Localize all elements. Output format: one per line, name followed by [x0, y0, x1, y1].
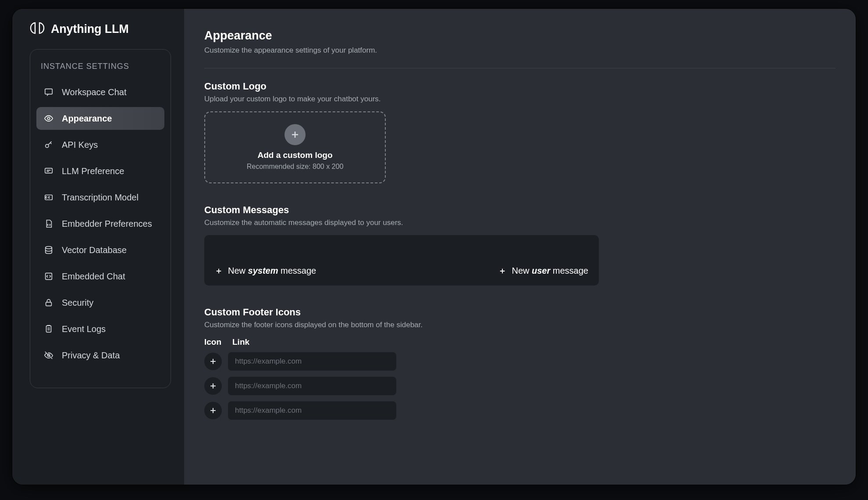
svg-rect-8 — [46, 326, 51, 332]
sidebar-item-privacy-data[interactable]: Privacy & Data — [36, 344, 164, 367]
column-header-link: Link — [232, 337, 249, 347]
sidebar-panel: INSTANCE SETTINGS Workspace Chat Appeara… — [30, 49, 171, 388]
sidebar-item-label: Embedded Chat — [62, 271, 125, 282]
footer-icon-row — [204, 352, 836, 371]
eye-off-icon — [43, 350, 54, 361]
section-subtitle: Customize the footer icons displayed on … — [204, 321, 836, 329]
section-title: Custom Footer Icons — [204, 307, 836, 318]
footer-link-input[interactable] — [228, 401, 396, 420]
main-content: Appearance Customize the appearance sett… — [184, 9, 856, 485]
footer-icon-picker[interactable] — [204, 353, 222, 370]
dropzone-recommendation: Recommended size: 800 x 200 — [247, 163, 344, 171]
sidebar-item-label: Transcription Model — [62, 193, 139, 203]
cc-icon — [43, 192, 54, 203]
sidebar-item-label: Vector Database — [62, 245, 127, 255]
footer-link-input[interactable] — [228, 377, 396, 395]
logo-dropzone[interactable]: Add a custom logo Recommended size: 800 … — [204, 111, 386, 183]
sidebar-item-transcription-model[interactable]: Transcription Model — [36, 186, 164, 209]
sidebar: Anything LLM INSTANCE SETTINGS Workspace… — [12, 9, 184, 485]
chat-icon — [43, 87, 54, 97]
sidebar-item-appearance[interactable]: Appearance — [36, 107, 164, 130]
new-system-message-button[interactable]: New system message — [215, 266, 316, 276]
sidebar-item-label: Security — [62, 298, 93, 308]
brand: Anything LLM — [30, 22, 171, 36]
footer-icon-picker[interactable] — [204, 402, 222, 419]
dropzone-label: Add a custom logo — [258, 150, 333, 160]
footer-link-input[interactable] — [228, 352, 396, 371]
sidebar-item-embedder-preferences[interactable]: Embedder Preferences — [36, 212, 164, 235]
section-subtitle: Upload your custom logo to make your cha… — [204, 95, 836, 104]
svg-point-2 — [46, 144, 49, 147]
svg-point-5 — [46, 246, 52, 249]
file-code-icon — [43, 218, 54, 229]
divider — [204, 68, 836, 68]
new-user-message-button[interactable]: New user message — [498, 266, 588, 276]
sidebar-item-api-keys[interactable]: API Keys — [36, 133, 164, 156]
sidebar-item-label: API Keys — [62, 140, 98, 150]
page-title: Appearance — [204, 29, 836, 43]
column-header-icon: Icon — [204, 337, 224, 347]
section-subtitle: Customize the automatic messages display… — [204, 218, 836, 227]
brand-logo-icon — [30, 22, 45, 36]
page-subtitle: Customize the appearance settings of you… — [204, 46, 836, 55]
sidebar-heading: INSTANCE SETTINGS — [36, 58, 164, 81]
sidebar-item-label: Embedder Preferences — [62, 219, 152, 229]
svg-rect-0 — [45, 89, 53, 94]
label: New user message — [512, 266, 588, 276]
section-title: Custom Messages — [204, 204, 836, 216]
sidebar-item-vector-database[interactable]: Vector Database — [36, 239, 164, 261]
app-window: Anything LLM INSTANCE SETTINGS Workspace… — [12, 9, 856, 485]
sidebar-item-llm-preference[interactable]: LLM Preference — [36, 160, 164, 182]
footer-icon-row — [204, 401, 836, 420]
brand-name: Anything LLM — [51, 22, 129, 36]
sidebar-item-embedded-chat[interactable]: Embedded Chat — [36, 265, 164, 288]
custom-footer-icons-section: Custom Footer Icons Customize the footer… — [204, 307, 836, 420]
footer-icon-row — [204, 377, 836, 395]
sidebar-item-label: Workspace Chat — [62, 87, 126, 97]
sidebar-item-event-logs[interactable]: Event Logs — [36, 318, 164, 340]
key-icon — [43, 139, 54, 150]
lock-icon — [43, 297, 54, 308]
svg-rect-7 — [46, 302, 52, 306]
clipboard-icon — [43, 324, 54, 334]
footer-icons-header: Icon Link — [204, 337, 836, 347]
section-title: Custom Logo — [204, 81, 836, 92]
svg-rect-3 — [45, 168, 53, 173]
sidebar-item-label: Appearance — [62, 114, 112, 124]
message-icon — [43, 166, 54, 176]
sidebar-item-workspace-chat[interactable]: Workspace Chat — [36, 81, 164, 104]
messages-panel: New system message New user message — [204, 235, 599, 286]
custom-logo-section: Custom Logo Upload your custom logo to m… — [204, 81, 836, 183]
eye-icon — [43, 113, 54, 124]
sidebar-item-security[interactable]: Security — [36, 291, 164, 314]
plus-circle-icon — [285, 124, 306, 145]
custom-messages-section: Custom Messages Customize the automatic … — [204, 204, 836, 286]
embed-icon — [43, 271, 54, 282]
label: New system message — [228, 266, 316, 276]
sidebar-item-label: Event Logs — [62, 324, 106, 334]
sidebar-item-label: Privacy & Data — [62, 350, 120, 361]
sidebar-item-label: LLM Preference — [62, 166, 124, 176]
database-icon — [43, 245, 54, 255]
footer-icon-picker[interactable] — [204, 377, 222, 395]
svg-point-1 — [47, 117, 50, 120]
